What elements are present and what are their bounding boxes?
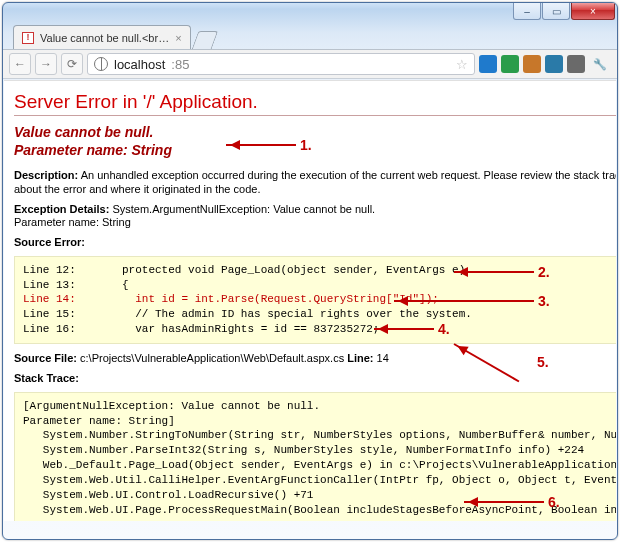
- new-tab-button[interactable]: [191, 31, 218, 49]
- error-message-line: Parameter name: String: [14, 142, 172, 158]
- extension-icon[interactable]: [567, 55, 585, 73]
- tab-strip: ! Value cannot be null.<br… ×: [3, 23, 617, 49]
- window-maximize-button[interactable]: ▭: [542, 3, 570, 20]
- stack-trace-label: Stack Trace:: [14, 372, 616, 386]
- source-file-label: Source File:: [14, 352, 77, 364]
- divider: [14, 115, 616, 116]
- url-host: localhost: [114, 57, 165, 72]
- source-error-code: Line 12: protected void Page_Load(object…: [14, 256, 616, 344]
- stack-trace-label-text: Stack Trace:: [14, 372, 79, 384]
- address-bar[interactable]: localhost:85 ☆: [87, 53, 475, 75]
- description-label: Description:: [14, 169, 78, 181]
- browser-window: – ▭ × ! Value cannot be null.<br… × ← → …: [2, 2, 618, 540]
- window-close-button[interactable]: ×: [571, 3, 615, 20]
- error-message: Value cannot be null. Parameter name: St…: [14, 124, 616, 159]
- code-line: Line 13: {: [23, 279, 129, 291]
- page-viewport[interactable]: Server Error in '/' Application. Value c…: [4, 80, 616, 521]
- stack-trace-text: [ArgumentNullException: Value cannot be …: [23, 400, 616, 516]
- error-message-line: Value cannot be null.: [14, 124, 154, 140]
- error-page: Server Error in '/' Application. Value c…: [4, 81, 616, 521]
- extension-icon[interactable]: [479, 55, 497, 73]
- forward-button[interactable]: →: [35, 53, 57, 75]
- bookmark-star-icon[interactable]: ☆: [456, 57, 468, 72]
- page-title: Server Error in '/' Application.: [14, 91, 616, 113]
- exception-text: System.ArgumentNullException: Value cann…: [109, 203, 375, 215]
- code-line: Line 15: // The admin ID has special rig…: [23, 308, 472, 320]
- tab-close-icon[interactable]: ×: [175, 32, 181, 44]
- description-text: An unhandled exception occurred during t…: [14, 169, 616, 195]
- line-number: 14: [374, 352, 389, 364]
- wrench-menu-icon[interactable]: 🔧: [589, 53, 611, 75]
- tab-title: Value cannot be null.<br…: [40, 32, 169, 44]
- tab-favicon-error-icon: !: [22, 32, 34, 44]
- reload-button[interactable]: ⟳: [61, 53, 83, 75]
- line-label: Line:: [347, 352, 373, 364]
- extension-icon[interactable]: [501, 55, 519, 73]
- window-titlebar: – ▭ ×: [3, 3, 617, 23]
- extension-icons: [479, 55, 585, 73]
- url-port: :85: [171, 57, 189, 72]
- description-para: Description: An unhandled exception occu…: [14, 169, 616, 197]
- extension-icon[interactable]: [545, 55, 563, 73]
- browser-toolbar: ← → ⟳ localhost:85 ☆ 🔧: [3, 49, 617, 79]
- exception-para: Exception Details: System.ArgumentNullEx…: [14, 203, 616, 231]
- extension-icon[interactable]: [523, 55, 541, 73]
- source-error-label: Source Error:: [14, 236, 616, 250]
- globe-icon: [94, 57, 108, 71]
- source-file-text: c:\Projects\VulnerableApplication\Web\De…: [77, 352, 344, 364]
- code-line-highlight: Line 14: int id = int.Parse(Request.Quer…: [23, 293, 439, 305]
- back-button[interactable]: ←: [9, 53, 31, 75]
- code-line: Line 16: var hasAdminRights = id == 8372…: [23, 323, 379, 335]
- exception-text2: Parameter name: String: [14, 216, 131, 228]
- exception-label: Exception Details:: [14, 203, 109, 215]
- window-minimize-button[interactable]: –: [513, 3, 541, 20]
- code-line: Line 12: protected void Page_Load(object…: [23, 264, 465, 276]
- source-error-label-text: Source Error:: [14, 236, 85, 248]
- source-file-line: Source File: c:\Projects\VulnerableAppli…: [14, 352, 616, 364]
- stack-trace-code: [ArgumentNullException: Value cannot be …: [14, 392, 616, 521]
- tab-active[interactable]: ! Value cannot be null.<br… ×: [13, 25, 191, 49]
